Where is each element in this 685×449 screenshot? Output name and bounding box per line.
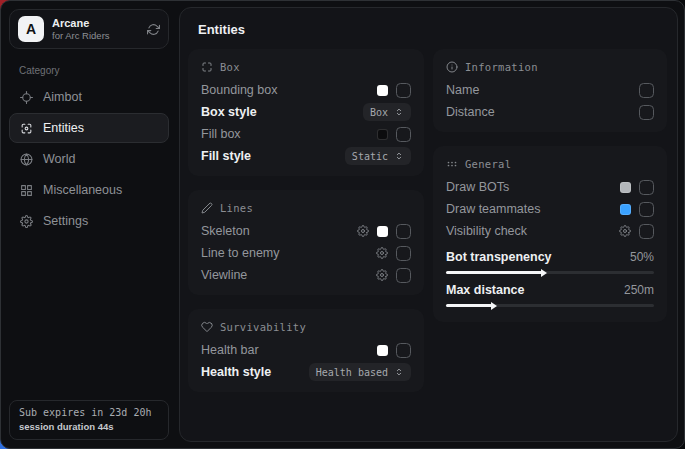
checkbox-visibility-check[interactable]: [639, 224, 654, 239]
setting-row-box-style: Box style Box: [201, 101, 411, 123]
sub-expires-text: Sub expires in 23d 20h: [19, 407, 159, 418]
dropdown-box-style[interactable]: Box: [363, 103, 411, 121]
sidebar-item-world[interactable]: World: [9, 144, 169, 174]
sidebar-item-label: Entities: [43, 121, 84, 135]
sidebar-nav: Aimbot Entities World: [9, 82, 169, 236]
setting-row-draw-teammates: Draw teammates: [446, 198, 654, 220]
setting-row-health-style: Health style Health based: [201, 361, 411, 383]
dropdown-fill-style[interactable]: Static: [345, 147, 411, 165]
dropdown-value: Box: [370, 107, 388, 118]
setting-row-bounding-box: Bounding box: [201, 79, 411, 101]
gear-icon[interactable]: [619, 225, 631, 237]
setting-row-viewline: Viewline: [201, 264, 411, 286]
sidebar-item-label: Miscellaneous: [43, 183, 122, 197]
setting-row-health-bar: Health bar: [201, 339, 411, 361]
setting-label: Draw BOTs: [446, 180, 620, 194]
setting-row-draw-bots: Draw BOTs: [446, 176, 654, 198]
arcane-window: A Arcane for Arc Riders Category Aimbot: [0, 0, 685, 449]
desktop-background: A Arcane for Arc Riders Category Aimbot: [0, 0, 685, 449]
setting-label: Health bar: [201, 343, 377, 357]
sidebar-item-label: World: [43, 152, 75, 166]
main-panel: Entities Box Bounding box: [179, 7, 678, 442]
setting-label: Fill box: [201, 127, 377, 141]
session-duration-text: session duration 44s: [19, 421, 159, 432]
grid-icon: [20, 184, 33, 197]
dropdown-health-style[interactable]: Health based: [309, 363, 411, 381]
setting-row-distance: Distance: [446, 101, 654, 123]
setting-label: Line to enemy: [201, 246, 376, 260]
setting-label: Health style: [201, 365, 309, 379]
card-box-header: Box: [201, 58, 411, 76]
checkbox-fill-box[interactable]: [396, 127, 411, 142]
gear-icon: [20, 215, 33, 228]
sidebar: A Arcane for Arc Riders Category Aimbot: [1, 1, 177, 448]
checkbox-health-bar[interactable]: [396, 343, 411, 358]
gear-icon[interactable]: [357, 225, 369, 237]
sidebar-item-label: Settings: [43, 214, 88, 228]
checkbox-line-to-enemy[interactable]: [396, 246, 411, 261]
checkbox-viewline[interactable]: [396, 268, 411, 283]
unfold-icon: [394, 107, 404, 117]
setting-label: Box style: [201, 105, 363, 119]
gear-icon[interactable]: [376, 269, 388, 281]
card-title: General: [465, 158, 511, 170]
color-swatch-draw-bots[interactable]: [620, 182, 631, 193]
setting-label: Fill style: [201, 149, 345, 163]
card-title: Survivability: [220, 321, 306, 333]
color-swatch-health-bar[interactable]: [377, 345, 388, 356]
checkbox-name[interactable]: [639, 83, 654, 98]
color-swatch-draw-teammates[interactable]: [620, 204, 631, 215]
card-columns: Box Bounding box Box style: [188, 49, 667, 392]
color-swatch-fill-box[interactable]: [377, 129, 388, 140]
slider-value: 250m: [624, 283, 654, 297]
subscription-card: Sub expires in 23d 20h session duration …: [9, 400, 169, 440]
checkbox-draw-teammates[interactable]: [639, 202, 654, 217]
slider-value: 50%: [630, 250, 654, 264]
brand-card: A Arcane for Arc Riders: [9, 9, 169, 49]
card-title: Box: [220, 61, 240, 73]
setting-row-name: Name: [446, 79, 654, 101]
brand-title: Arcane: [52, 17, 139, 29]
setting-row-skeleton: Skeleton: [201, 220, 411, 242]
card-survivability: Survivability Health bar Health style: [188, 309, 424, 392]
color-swatch-bounding-box[interactable]: [377, 85, 388, 96]
color-swatch-skeleton[interactable]: [377, 226, 388, 237]
card-title: Information: [465, 61, 538, 73]
checkbox-skeleton[interactable]: [396, 224, 411, 239]
pencil-icon: [201, 202, 213, 214]
sidebar-item-entities[interactable]: Entities: [9, 113, 169, 143]
setting-bot-transparency: Bot transpenency 50%: [446, 247, 654, 274]
gear-icon[interactable]: [376, 247, 388, 259]
sidebar-item-label: Aimbot: [43, 90, 82, 104]
slider-bot-transparency[interactable]: [446, 271, 654, 274]
sidebar-item-miscellaneous[interactable]: Miscellaneous: [9, 175, 169, 205]
setting-label: Skeleton: [201, 224, 357, 238]
checkbox-bounding-box[interactable]: [396, 83, 411, 98]
heart-icon: [201, 321, 213, 333]
card-general: General Draw BOTs Draw teammates: [433, 146, 667, 322]
sidebar-item-aimbot[interactable]: Aimbot: [9, 82, 169, 112]
brand-subtitle: for Arc Riders: [52, 30, 139, 41]
checkbox-distance[interactable]: [639, 105, 654, 120]
setting-label: Distance: [446, 105, 639, 119]
setting-label: Bot transpenency: [446, 250, 630, 264]
brand-avatar: A: [18, 16, 44, 42]
crosshair-icon: [20, 91, 33, 104]
brackets-icon: [201, 61, 213, 73]
dropdown-value: Static: [352, 151, 388, 162]
left-column: Box Bounding box Box style: [188, 49, 424, 392]
category-label: Category: [19, 65, 159, 76]
card-box: Box Bounding box Box style: [188, 49, 424, 176]
page-title: Entities: [198, 22, 667, 37]
checkbox-draw-bots[interactable]: [639, 180, 654, 195]
card-information-header: Information: [446, 58, 654, 76]
card-title: Lines: [220, 202, 253, 214]
refresh-icon[interactable]: [147, 23, 160, 36]
setting-row-fill-box: Fill box: [201, 123, 411, 145]
card-general-header: General: [446, 155, 654, 173]
sidebar-item-settings[interactable]: Settings: [9, 206, 169, 236]
slider-max-distance[interactable]: [446, 304, 654, 307]
brand-text: Arcane for Arc Riders: [52, 17, 139, 41]
card-survivability-header: Survivability: [201, 318, 411, 336]
setting-row-fill-style: Fill style Static: [201, 145, 411, 167]
